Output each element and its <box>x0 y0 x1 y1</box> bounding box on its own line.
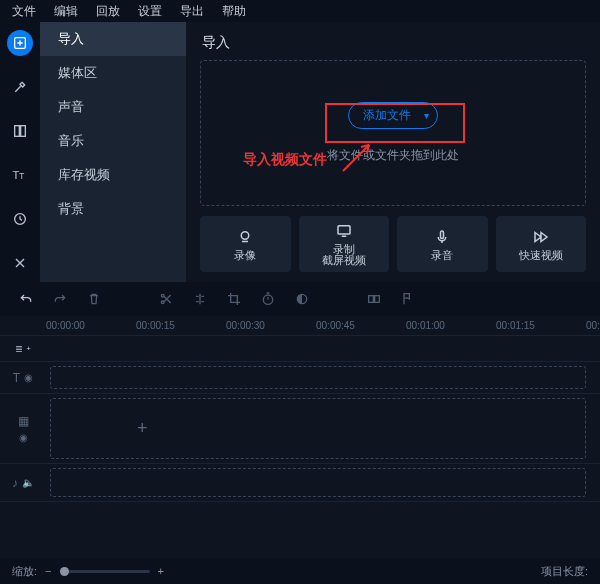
svg-point-6 <box>242 231 250 239</box>
track-audio: ♪🔈 <box>0 464 600 502</box>
track-slot-add[interactable]: + <box>50 398 586 459</box>
svg-point-9 <box>161 301 164 304</box>
menu-playback[interactable]: 回放 <box>88 1 128 22</box>
capture-cards: 录像 录制 截屏视频 录音 快速视频 <box>200 216 586 272</box>
redo-icon[interactable] <box>52 291 68 307</box>
side-item-music[interactable]: 音乐 <box>40 124 186 158</box>
svg-rect-13 <box>369 296 374 303</box>
camera-icon <box>236 228 254 246</box>
timeline-ruler[interactable]: 00:00:00 00:00:15 00:00:30 00:00:45 00:0… <box>0 316 600 336</box>
side-item-sound[interactable]: 声音 <box>40 90 186 124</box>
timeline-toolbar <box>0 282 600 316</box>
ruler-tick: 00:00:00 <box>46 320 122 331</box>
left-toolstrip: TT <box>0 22 40 282</box>
audio-track-icon: ♪ <box>12 476 18 490</box>
svg-point-11 <box>263 295 272 304</box>
card-fast[interactable]: 快速视频 <box>496 216 587 272</box>
import-side-panel: 导入 媒体区 声音 音乐 库存视频 背景 <box>40 22 186 282</box>
menu-help[interactable]: 帮助 <box>214 1 254 22</box>
card-screen[interactable]: 录制 截屏视频 <box>299 216 390 272</box>
undo-icon[interactable] <box>18 291 34 307</box>
main-panel: 导入 添加文件 ▾ 将文件或文件夹拖到此处 导入视频文件 录像 录制 截屏视频 … <box>186 22 600 282</box>
text-track-icon: T <box>13 371 20 385</box>
svg-rect-8 <box>441 231 444 239</box>
track-slot[interactable] <box>50 468 586 497</box>
svg-rect-1 <box>15 126 20 137</box>
project-length-label: 项目长度: <box>541 564 588 579</box>
statusbar: 缩放: − + 项目长度: <box>0 558 600 584</box>
svg-text:T: T <box>19 172 24 181</box>
text-tool-icon[interactable]: TT <box>7 162 33 188</box>
card-mic-label: 录音 <box>431 250 453 261</box>
side-item-media[interactable]: 媒体区 <box>40 56 186 90</box>
panel-title: 导入 <box>200 30 586 60</box>
zoom-in-icon[interactable]: + <box>158 565 164 577</box>
svg-rect-7 <box>338 226 350 234</box>
zoom-label: 缩放: <box>12 564 37 579</box>
color-icon[interactable] <box>294 291 310 307</box>
add-track-icon[interactable]: ≡+ <box>0 342 46 356</box>
svg-point-10 <box>161 294 164 297</box>
ruler-tick: 00:01:15 <box>496 320 572 331</box>
zoom-out-icon[interactable]: − <box>45 565 51 577</box>
side-item-background[interactable]: 背景 <box>40 192 186 226</box>
cut-icon[interactable] <box>158 291 174 307</box>
ruler-tick: 00:01:00 <box>406 320 482 331</box>
side-item-import[interactable]: 导入 <box>40 22 186 56</box>
effects-tool-icon[interactable] <box>7 74 33 100</box>
ruler-tick: 00:01:30 <box>586 320 600 331</box>
track-text: T◉ <box>0 362 600 394</box>
track-add: ≡+ <box>0 336 600 362</box>
card-mic[interactable]: 录音 <box>397 216 488 272</box>
transition-icon[interactable] <box>366 291 382 307</box>
menubar: 文件 编辑 回放 设置 导出 帮助 <box>0 0 600 22</box>
clock-tool-icon[interactable] <box>7 206 33 232</box>
svg-rect-2 <box>21 126 26 137</box>
card-screen-label: 录制 截屏视频 <box>322 244 366 266</box>
trash-icon[interactable] <box>86 291 102 307</box>
annotation-arrow-icon <box>339 135 379 175</box>
marker-icon[interactable] <box>400 291 416 307</box>
import-tool-icon[interactable] <box>7 30 33 56</box>
add-files-button[interactable]: 添加文件 ▾ <box>348 102 438 129</box>
add-files-label: 添加文件 <box>363 108 411 122</box>
chevron-down-icon[interactable]: ▾ <box>424 110 429 121</box>
tools-tool-icon[interactable] <box>7 250 33 276</box>
screen-icon <box>335 222 353 240</box>
split-icon[interactable] <box>192 291 208 307</box>
eye-icon[interactable]: ◉ <box>19 432 28 443</box>
ruler-tick: 00:00:30 <box>226 320 302 331</box>
split-tool-icon[interactable] <box>7 118 33 144</box>
menu-settings[interactable]: 设置 <box>130 1 170 22</box>
card-fast-label: 快速视频 <box>519 250 563 261</box>
card-camera[interactable]: 录像 <box>200 216 291 272</box>
card-camera-label: 录像 <box>234 250 256 261</box>
zoom-slider[interactable] <box>60 570 150 573</box>
dropzone[interactable]: 添加文件 ▾ 将文件或文件夹拖到此处 导入视频文件 <box>200 60 586 206</box>
media-track-icon: ▦ <box>18 414 29 428</box>
side-item-stock[interactable]: 库存视频 <box>40 158 186 192</box>
track-video: ▦◉ + <box>0 394 600 464</box>
menu-file[interactable]: 文件 <box>4 1 44 22</box>
mic-icon <box>433 228 451 246</box>
track-slot[interactable] <box>50 366 586 389</box>
timer-icon[interactable] <box>260 291 276 307</box>
timeline: 00:00:00 00:00:15 00:00:30 00:00:45 00:0… <box>0 316 600 502</box>
menu-export[interactable]: 导出 <box>172 1 212 22</box>
eye-icon[interactable]: ◉ <box>24 372 33 383</box>
fast-icon <box>532 228 550 246</box>
svg-rect-14 <box>375 296 380 303</box>
annotation-text: 导入视频文件 <box>243 151 327 169</box>
ruler-tick: 00:00:15 <box>136 320 212 331</box>
svg-text:T: T <box>13 169 20 181</box>
menu-edit[interactable]: 编辑 <box>46 1 86 22</box>
ruler-tick: 00:00:45 <box>316 320 392 331</box>
crop-icon[interactable] <box>226 291 242 307</box>
speaker-icon[interactable]: 🔈 <box>22 477 34 488</box>
